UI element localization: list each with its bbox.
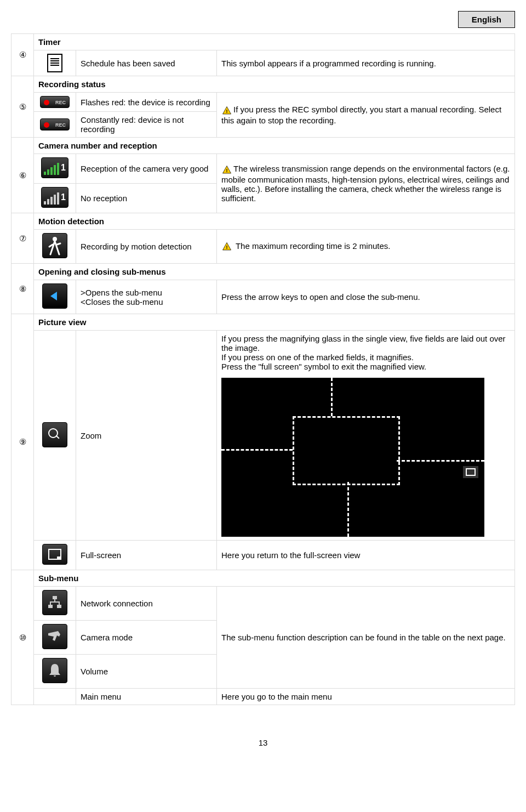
schedule-icon-cell	[34, 50, 76, 76]
network-label: Network connection	[76, 587, 217, 621]
document-icon	[47, 54, 62, 72]
picture-header: Picture view	[34, 314, 515, 331]
mainmenu-icon-cell	[34, 689, 76, 705]
signal-good-label: Reception of the camera very good	[76, 154, 217, 184]
zoom-desc-text: If you press the magnifying glass in the…	[221, 334, 510, 371]
fullscreen-label: Full-screen	[76, 541, 217, 570]
signal-none-label: No reception	[76, 184, 217, 213]
camera-header: Camera number and reception	[34, 138, 515, 154]
rec-flash-icon-cell: REC	[34, 93, 76, 112]
row-number-5: ⑤	[12, 76, 34, 138]
zoom-icon-cell	[34, 331, 76, 541]
submenu-oc-header: Opening and closing sub-menus	[34, 264, 515, 280]
submenu-desc: The sub-menu function description can be…	[217, 587, 515, 689]
submenu-oc-label: >Opens the sub-menu <Closes the sub-menu	[76, 280, 217, 314]
svg-text:!: !	[226, 167, 228, 173]
svg-rect-7	[53, 596, 57, 599]
signal-good-icon-cell: 1	[34, 154, 76, 184]
camera-icon	[42, 624, 67, 649]
signal-strength-icon: 1	[41, 157, 68, 178]
fullscreen-thumbnail-icon	[462, 465, 479, 479]
svg-rect-9	[57, 605, 61, 608]
row-number-4: ④	[12, 34, 34, 76]
warning-icon: !	[221, 242, 232, 252]
zoom-label: Zoom	[76, 331, 217, 541]
timer-label: Schedule has been saved	[76, 50, 217, 76]
magnifier-icon	[42, 422, 67, 447]
rec-button-icon: REC	[40, 118, 70, 130]
svg-text:!: !	[226, 245, 228, 250]
volume-icon-cell	[34, 655, 76, 689]
walking-person-icon	[42, 233, 67, 258]
fullscreen-desc: Here you return to the full-screen view	[217, 541, 515, 570]
submenu-oc-desc: Press the arrow keys to open and close t…	[217, 280, 515, 314]
rec-flash-label: Flashes red: the device is recording	[76, 93, 217, 112]
motion-label: Recording by motion detection	[76, 230, 217, 264]
warning-icon: !	[221, 106, 232, 116]
volume-label: Volume	[76, 655, 217, 689]
network-icon-cell	[34, 587, 76, 621]
motion-icon-cell	[34, 230, 76, 264]
timer-desc: This symbol appears if a programmed reco…	[217, 50, 515, 76]
network-icon	[42, 590, 67, 615]
warning-icon: !	[221, 165, 232, 175]
rec-desc: !If you press the REC symbol directly, y…	[217, 93, 515, 138]
motion-desc: ! The maximum recording time is 2 minute…	[217, 230, 515, 264]
row-number-7: ⑦	[12, 213, 34, 264]
fullscreen-icon-cell	[34, 541, 76, 570]
svg-text:!: !	[226, 108, 228, 113]
row-number-8: ⑧	[12, 264, 34, 314]
mainmenu-desc: Here you go to the main menu	[217, 689, 515, 705]
camera-desc: !The wireless transmission range depends…	[217, 154, 515, 213]
camera-icon-cell	[34, 621, 76, 655]
arrow-icon-cell	[34, 280, 76, 314]
fullscreen-icon	[42, 544, 67, 565]
signal-none-icon: 1	[41, 187, 68, 208]
recording-header: Recording status	[34, 76, 515, 93]
signal-none-icon-cell: 1	[34, 184, 76, 213]
language-badge: English	[458, 11, 515, 28]
mainmenu-label: Main menu	[76, 689, 217, 705]
zoom-diagram	[221, 378, 484, 537]
symbol-reference-table: ④ Timer Schedule has been saved This sym…	[11, 33, 515, 705]
row-number-9: ⑨	[12, 314, 34, 570]
camera-mode-label: Camera mode	[76, 621, 217, 655]
row-number-6: ⑥	[12, 138, 34, 213]
timer-header: Timer	[34, 34, 515, 50]
bell-icon	[42, 658, 67, 683]
submenu-header: Sub-menu	[34, 570, 515, 587]
rec-const-label: Constantly red: device is not recording	[76, 112, 217, 138]
page-number: 13	[11, 738, 515, 747]
svg-rect-8	[48, 605, 53, 608]
row-number-10: ⑩	[12, 570, 34, 705]
rec-button-icon: REC	[40, 96, 70, 108]
left-arrow-icon	[42, 283, 67, 309]
motion-header: Motion detection	[34, 213, 515, 230]
zoom-desc-cell: If you press the magnifying glass in the…	[217, 331, 515, 541]
rec-const-icon-cell: REC	[34, 112, 76, 138]
